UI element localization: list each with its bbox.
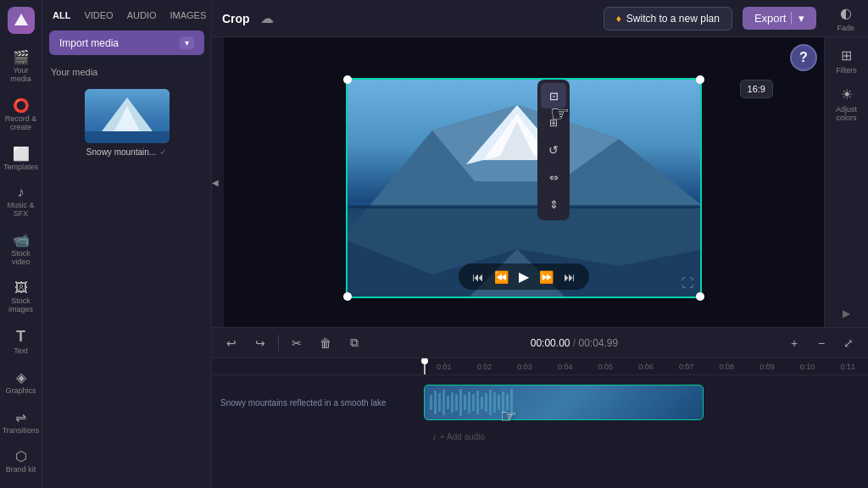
fade-tool[interactable]: ◐ Fade bbox=[833, 2, 858, 36]
sidebar-label-templates: Templates bbox=[3, 164, 38, 172]
image-position-button[interactable]: ⊞ bbox=[541, 110, 566, 136]
sidebar-item-stock-video[interactable]: 📹 Stock video bbox=[2, 227, 41, 272]
sidebar-item-transitions[interactable]: ⇌ Transitions bbox=[2, 404, 41, 441]
adjust-colors-tool[interactable]: ☀ Adjust colors bbox=[828, 83, 865, 125]
preview-container: ◀ Fit ⊡ ⊞ ↺ ⇔ ⇕ ☞ bbox=[212, 37, 868, 327]
tab-video[interactable]: VIDEO bbox=[79, 7, 118, 24]
play-button[interactable]: ▶ bbox=[519, 269, 529, 285]
sidebar-label-stock-images: Stock images bbox=[5, 297, 37, 314]
ruler-mark-6: 0:07 bbox=[666, 363, 707, 371]
sidebar-item-text[interactable]: T Text bbox=[2, 323, 41, 361]
expand-timeline-button[interactable]: ⤢ bbox=[837, 332, 860, 354]
sidebar-item-templates[interactable]: ⬜ Templates bbox=[2, 141, 41, 177]
wf-bar bbox=[459, 389, 462, 416]
sidebar-label-your-media: Your media bbox=[5, 67, 37, 84]
sidebar-item-your-media[interactable]: 🎬 Your media bbox=[2, 44, 41, 89]
flip-vertical-button[interactable]: ⇕ bbox=[541, 191, 566, 217]
collapse-right-panel-button[interactable]: ▶ bbox=[843, 305, 850, 320]
filters-icon: ⊞ bbox=[841, 47, 852, 64]
tab-audio[interactable]: AUDIO bbox=[122, 7, 162, 24]
timeline-time-display: 00:00.00 / 00:04.99 bbox=[531, 337, 618, 349]
timeline-ruler: 0:01 0:02 0:03 0:04 0:05 0:06 0:07 0:08 … bbox=[212, 358, 868, 375]
import-chevron-icon: ▾ bbox=[180, 36, 194, 49]
ruler-mark-9: 0:10 bbox=[787, 363, 828, 371]
total-time: 00:04.99 bbox=[579, 337, 619, 349]
video-frame[interactable]: ⏮ ⏪ ▶ ⏩ ⏭ ⛶ bbox=[346, 78, 702, 298]
cut-button[interactable]: ✂ bbox=[286, 332, 308, 354]
skip-forward-button[interactable]: ⏭ bbox=[564, 270, 576, 284]
wf-bar bbox=[502, 391, 504, 413]
sidebar-item-record[interactable]: ⭕ Record & create bbox=[2, 92, 41, 137]
import-label: Import media bbox=[59, 37, 119, 49]
brand-kit-icon: ⬡ bbox=[15, 448, 27, 464]
svg-marker-0 bbox=[14, 14, 28, 25]
media-thumbnail-snowy[interactable] bbox=[85, 89, 170, 143]
wf-bar bbox=[464, 395, 466, 410]
crop-handle-bl[interactable] bbox=[343, 292, 352, 301]
crop-frame-button[interactable]: ⊡ bbox=[541, 83, 566, 108]
zoom-out-button[interactable]: − bbox=[810, 332, 832, 354]
fade-label: Fade bbox=[837, 24, 854, 32]
help-button[interactable]: ? bbox=[790, 44, 817, 71]
tab-images[interactable]: IMAGES bbox=[164, 7, 211, 24]
collapse-left-panel-button[interactable]: ◀ bbox=[212, 37, 224, 327]
filters-label: Filters bbox=[836, 66, 857, 75]
aspect-ratio-label: 16:9 bbox=[748, 84, 765, 94]
wf-bar bbox=[438, 393, 441, 412]
ruler-mark-8: 0:09 bbox=[747, 363, 787, 371]
crop-handle-tr[interactable] bbox=[696, 75, 704, 84]
export-dropdown-arrow[interactable]: ▾ bbox=[791, 12, 804, 25]
crop-handle-tl[interactable] bbox=[343, 75, 352, 84]
wf-bar bbox=[472, 394, 475, 411]
wf-bar bbox=[468, 391, 470, 413]
rotate-button[interactable]: ↺ bbox=[541, 137, 566, 163]
sidebar-item-graphics[interactable]: ◈ Graphics bbox=[2, 364, 41, 401]
switch-plan-button[interactable]: ♦ Switch to a new plan bbox=[604, 7, 732, 30]
rewind-button[interactable]: ⏪ bbox=[494, 270, 509, 284]
duplicate-button[interactable]: ⧉ bbox=[343, 332, 365, 354]
wf-bar bbox=[506, 394, 509, 411]
fullscreen-button[interactable]: ⛶ bbox=[682, 276, 693, 290]
templates-icon: ⬜ bbox=[13, 146, 30, 162]
tab-all[interactable]: ALL bbox=[47, 7, 75, 24]
media-panel: ALL VIDEO AUDIO IMAGES Import media ▾ Yo… bbox=[42, 0, 212, 488]
media-item-snowy[interactable]: Snowy mountain... ✓ bbox=[49, 89, 204, 158]
sidebar-item-stock-images[interactable]: 🖼 Stock images bbox=[2, 275, 41, 319]
wf-bar bbox=[451, 392, 453, 413]
wf-bar bbox=[455, 394, 458, 411]
checkmark-icon: ✓ bbox=[159, 147, 167, 158]
aspect-ratio-button[interactable]: 16:9 bbox=[740, 80, 773, 98]
thumbnail-image bbox=[85, 89, 170, 143]
crop-handle-br[interactable] bbox=[696, 292, 704, 301]
export-button[interactable]: Export ▾ bbox=[743, 7, 817, 30]
sidebar-item-music[interactable]: ♪ Music & SFX bbox=[2, 180, 41, 224]
app-logo[interactable] bbox=[8, 7, 35, 34]
sidebar-item-brand-kit[interactable]: ⬡ Brand kit bbox=[2, 443, 41, 480]
filters-tool[interactable]: ⊞ Filters bbox=[832, 44, 860, 78]
right-sidebar: ⊞ Filters ☀ Adjust colors ▶ bbox=[824, 37, 868, 327]
timeline-toolbar: ↩ ↪ ✂ 🗑 ⧉ 00:00.00 / 00:04.99 + − ⤢ bbox=[212, 328, 868, 358]
video-clip[interactable] bbox=[424, 385, 704, 420]
import-media-button[interactable]: Import media ▾ bbox=[49, 30, 204, 55]
stock-video-icon: 📹 bbox=[13, 232, 30, 248]
wf-bar bbox=[510, 389, 513, 416]
wf-bar bbox=[476, 391, 479, 414]
svg-rect-13 bbox=[348, 205, 700, 208]
skip-back-button[interactable]: ⏮ bbox=[472, 270, 484, 284]
adjust-colors-icon: ☀ bbox=[841, 86, 853, 103]
redo-button[interactable]: ↪ bbox=[249, 332, 271, 354]
media-item-label: Snowy mountain... ✓ bbox=[86, 147, 167, 158]
record-icon: ⭕ bbox=[13, 97, 30, 114]
fast-forward-button[interactable]: ⏩ bbox=[539, 270, 554, 284]
magic-tool-icon[interactable]: ☁ bbox=[260, 10, 274, 26]
flip-horizontal-button[interactable]: ⇔ bbox=[541, 164, 566, 190]
delete-button[interactable]: 🗑 bbox=[314, 332, 337, 354]
undo-button[interactable]: ↩ bbox=[220, 332, 242, 354]
wf-bar bbox=[485, 393, 487, 412]
zoom-in-button[interactable]: + bbox=[783, 332, 805, 354]
add-audio-button[interactable]: ♪ + Add audio bbox=[432, 432, 485, 441]
track-label: Snowy mountains reflected in a smooth la… bbox=[220, 398, 387, 408]
ruler-mark-5: 0:06 bbox=[626, 363, 666, 371]
wf-bar bbox=[493, 392, 496, 413]
time-separator: / bbox=[573, 337, 579, 349]
